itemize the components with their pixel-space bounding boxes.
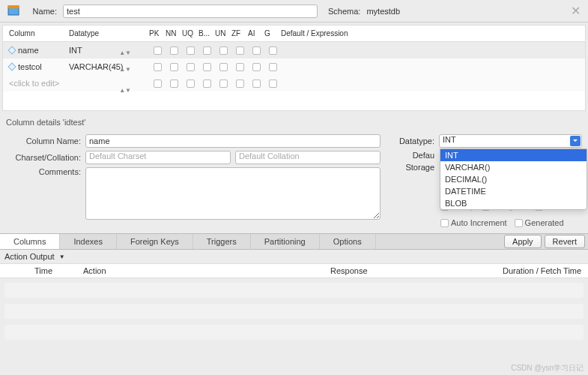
tab-partitioning[interactable]: Partitioning	[251, 234, 320, 249]
name-label: Name:	[27, 7, 57, 16]
tab-columns[interactable]: Columns	[0, 234, 60, 249]
apply-button[interactable]: Apply	[504, 235, 542, 248]
table-row[interactable]: name INT▲▼	[3, 42, 585, 58]
revert-button[interactable]: Revert	[545, 235, 585, 248]
collation-select[interactable]: Default Collation	[235, 151, 381, 164]
col-header: Column	[9, 29, 69, 38]
comments-input[interactable]	[85, 167, 381, 220]
dropdown-item[interactable]: DATETIME	[440, 185, 587, 197]
dropdown-item[interactable]: DECIMAL()	[440, 173, 587, 185]
watermark: CSDN @ysn学习日记	[511, 363, 584, 374]
dropdown-item[interactable]: BLOB	[440, 197, 587, 209]
datatype-dropdown: INT VARCHAR() DECIMAL() DATETIME BLOB	[440, 148, 587, 210]
chevron-down-icon[interactable]: ▼	[59, 254, 65, 260]
charset-select[interactable]: Default Charset	[85, 151, 231, 164]
chevron-down-icon[interactable]	[570, 136, 581, 146]
column-name-input[interactable]	[85, 134, 381, 148]
detail-title: Column details 'idtest'	[0, 113, 588, 131]
tab-fk[interactable]: Foreign Keys	[117, 234, 193, 249]
dt-header: Datatype	[69, 29, 133, 38]
svg-rect-1	[8, 6, 19, 8]
tab-triggers[interactable]: Triggers	[193, 234, 251, 249]
schema-label: Schema:	[328, 7, 360, 16]
output-label: Action Output	[4, 252, 55, 261]
tab-indexes[interactable]: Indexes	[60, 234, 117, 249]
table-name-input[interactable]	[63, 4, 318, 18]
dropdown-item[interactable]: VARCHAR()	[440, 161, 587, 173]
schema-value: mytestdb	[366, 7, 400, 16]
table-icon	[7, 4, 21, 18]
list-item	[4, 304, 584, 319]
datatype-combo[interactable]: INT INT VARCHAR() DECIMAL() DATETIME BLO…	[439, 134, 582, 148]
column-icon	[7, 62, 16, 70]
tab-options[interactable]: Options	[320, 234, 376, 249]
list-item	[4, 283, 584, 298]
list-item	[4, 325, 584, 340]
expand-icon[interactable]: ✕	[571, 4, 581, 18]
table-row-new[interactable]: <click to edit> ▲▼	[3, 75, 585, 92]
columns-grid: Column Datatype PK NN UQ B... UN ZF AI G…	[2, 25, 586, 111]
column-icon	[7, 46, 16, 54]
table-row[interactable]: testcol VARCHAR(45)▲▼	[3, 58, 585, 75]
dropdown-item[interactable]: INT	[440, 149, 587, 161]
